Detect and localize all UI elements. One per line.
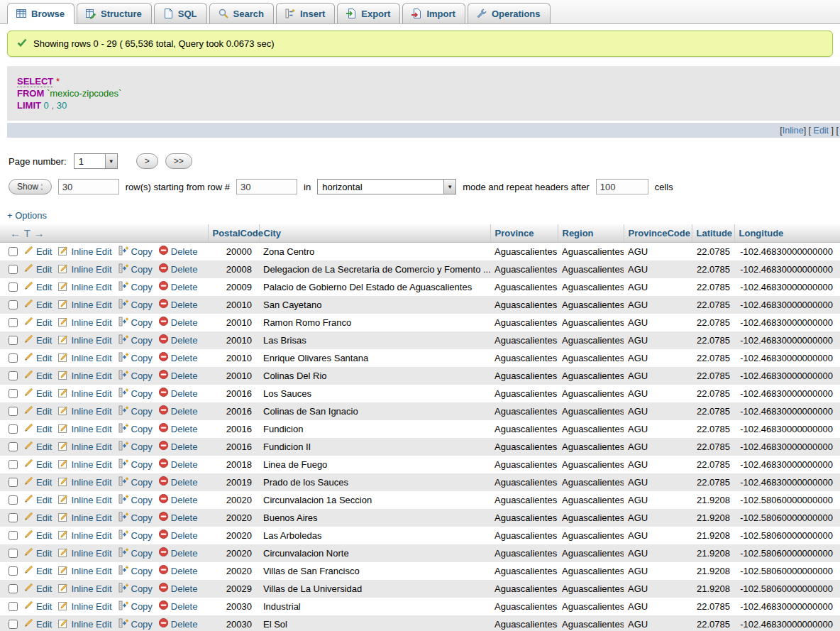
inline-edit-link[interactable]: Inline Edit	[57, 405, 111, 418]
tab-structure[interactable]: Structure	[77, 3, 152, 24]
delete-link[interactable]: Delete	[158, 422, 198, 435]
header-province[interactable]: Province	[490, 224, 558, 242]
inline-edit-link[interactable]: Inline Edit	[57, 422, 111, 436]
row-checkbox[interactable]	[9, 389, 18, 398]
copy-link[interactable]: Copy	[118, 387, 153, 400]
edit-link[interactable]: Edit	[23, 440, 52, 453]
delete-link[interactable]: Delete	[158, 334, 198, 346]
tab-browse[interactable]: Browse	[7, 3, 74, 24]
inline-edit-link[interactable]: Inline Edit	[57, 298, 111, 312]
inline-edit-link[interactable]: Inline Edit	[57, 263, 111, 276]
tab-operations[interactable]: Operations	[468, 3, 551, 24]
row-checkbox[interactable]	[9, 513, 18, 522]
delete-link[interactable]: Delete	[158, 458, 198, 471]
delete-link[interactable]: Delete	[158, 564, 198, 577]
next-page-button[interactable]: >	[136, 153, 158, 169]
edit-link[interactable]: Edit	[23, 263, 52, 275]
start-row-input[interactable]	[236, 179, 297, 194]
header-city[interactable]: City	[259, 224, 490, 242]
delete-link[interactable]: Delete	[158, 600, 198, 613]
copy-link[interactable]: Copy	[118, 618, 153, 631]
delete-link[interactable]: Delete	[158, 369, 198, 382]
row-checkbox[interactable]	[9, 371, 18, 380]
edit-link[interactable]: Edit	[23, 458, 52, 471]
last-page-button[interactable]: >>	[165, 153, 192, 169]
delete-link[interactable]: Delete	[158, 529, 198, 542]
inline-edit-link[interactable]: Inline Edit	[57, 493, 111, 507]
copy-link[interactable]: Copy	[118, 582, 153, 596]
copy-link[interactable]: Copy	[118, 422, 153, 436]
inline-edit-link[interactable]: Inline Edit	[57, 440, 111, 454]
edit-link[interactable]: Edit	[23, 405, 52, 417]
copy-link[interactable]: Copy	[118, 511, 153, 525]
delete-link[interactable]: Delete	[158, 263, 198, 275]
copy-link[interactable]: Copy	[118, 405, 153, 418]
row-checkbox[interactable]	[9, 620, 18, 629]
inline-edit-link[interactable]: Inline Edit	[57, 245, 111, 258]
row-checkbox[interactable]	[9, 584, 18, 593]
row-checkbox[interactable]	[9, 353, 18, 363]
inline-edit-link[interactable]: Inline Edit	[57, 564, 111, 578]
tab-insert[interactable]: Insert	[276, 3, 335, 24]
delete-link[interactable]: Delete	[158, 582, 198, 595]
rows-count-input[interactable]	[58, 179, 119, 194]
row-checkbox[interactable]	[9, 442, 18, 451]
delete-link[interactable]: Delete	[158, 547, 198, 559]
edit-link[interactable]: Edit	[23, 387, 52, 400]
edit-link[interactable]: Edit	[23, 529, 52, 542]
edit-link[interactable]: Edit	[23, 245, 52, 258]
page-number-select[interactable]: 1 ▼	[74, 153, 118, 169]
tab-import[interactable]: Import	[402, 3, 465, 24]
row-checkbox[interactable]	[9, 495, 18, 505]
inline-edit-link[interactable]: Inline Edit	[57, 458, 111, 471]
copy-link[interactable]: Copy	[118, 529, 153, 542]
inline-edit-link[interactable]: Inline Edit	[57, 369, 111, 383]
inline-edit-link[interactable]: Inline Edit	[57, 316, 111, 329]
inline-edit-link[interactable]: Inline Edit	[57, 280, 111, 294]
delete-link[interactable]: Delete	[158, 245, 198, 258]
row-checkbox[interactable]	[9, 531, 18, 540]
row-checkbox[interactable]	[9, 247, 18, 256]
arrow-left-icon[interactable]: ←	[10, 227, 21, 239]
delete-link[interactable]: Delete	[158, 440, 198, 453]
copy-link[interactable]: Copy	[118, 334, 153, 347]
edit-query-link[interactable]: Edit	[814, 126, 829, 136]
copy-link[interactable]: Copy	[118, 298, 153, 312]
row-checkbox[interactable]	[9, 407, 18, 416]
row-checkbox[interactable]	[9, 265, 18, 274]
copy-link[interactable]: Copy	[118, 547, 153, 560]
copy-link[interactable]: Copy	[118, 458, 153, 471]
delete-link[interactable]: Delete	[158, 476, 198, 488]
tab-export[interactable]: Export	[337, 3, 400, 24]
edit-link[interactable]: Edit	[23, 369, 52, 382]
copy-link[interactable]: Copy	[118, 440, 153, 454]
copy-link[interactable]: Copy	[118, 476, 153, 489]
inline-edit-link[interactable]: Inline Edit	[57, 334, 111, 347]
inline-edit-link[interactable]: Inline Edit	[57, 600, 111, 613]
repeat-headers-input[interactable]	[596, 179, 648, 194]
delete-link[interactable]: Delete	[158, 298, 198, 311]
edit-link[interactable]: Edit	[23, 351, 52, 364]
header-latitude[interactable]: Latitude	[692, 224, 734, 242]
options-toggle-link[interactable]: + Options	[7, 210, 47, 221]
inline-edit-link[interactable]: Inline Edit	[57, 387, 111, 400]
edit-link[interactable]: Edit	[23, 316, 52, 329]
mode-select[interactable]: horizontal ▼	[317, 179, 456, 194]
edit-link[interactable]: Edit	[23, 476, 52, 488]
inline-edit-link[interactable]: Inline Edit	[57, 547, 111, 560]
header-longitude[interactable]: Longitude	[734, 224, 840, 242]
row-checkbox[interactable]	[9, 460, 18, 469]
edit-link[interactable]: Edit	[23, 511, 52, 524]
header-postalcode[interactable]: PostalCode	[208, 224, 259, 242]
copy-link[interactable]: Copy	[118, 316, 153, 329]
tab-sql[interactable]: SQL	[154, 3, 207, 24]
edit-link[interactable]: Edit	[23, 618, 52, 630]
edit-link[interactable]: Edit	[23, 298, 52, 311]
copy-link[interactable]: Copy	[118, 245, 153, 258]
delete-link[interactable]: Delete	[158, 387, 198, 400]
edit-link[interactable]: Edit	[23, 600, 52, 613]
copy-link[interactable]: Copy	[118, 493, 153, 507]
edit-link[interactable]: Edit	[23, 422, 52, 435]
arrow-right-icon[interactable]: →	[33, 227, 45, 239]
header-region[interactable]: Region	[558, 224, 624, 242]
